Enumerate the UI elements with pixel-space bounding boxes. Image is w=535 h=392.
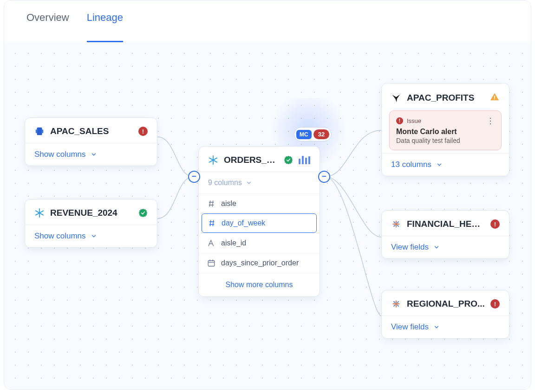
- node-title: APAC_PROFITS: [407, 93, 484, 103]
- error-icon: !: [138, 127, 148, 136]
- svg-line-26: [397, 305, 399, 307]
- mc-label: MC: [296, 130, 312, 139]
- chevron-down-icon: [91, 233, 97, 239]
- snowflake-icon: [34, 208, 45, 218]
- column-item[interactable]: aisle_id: [199, 233, 320, 253]
- chevron-down-icon: [433, 244, 440, 251]
- svg-rect-9: [208, 261, 215, 266]
- node-regional[interactable]: REGIONAL_PRO... ! View fields: [381, 290, 509, 339]
- columns-toggle[interactable]: 13 columns: [382, 153, 509, 176]
- column-item[interactable]: days_since_prior_order: [199, 253, 320, 273]
- node-financial[interactable]: FINANCIAL_HEA... ! View fields: [381, 210, 509, 259]
- tab-overview[interactable]: Overview: [26, 12, 69, 42]
- port-right[interactable]: −: [318, 171, 330, 183]
- issue-label: Issue: [407, 117, 421, 124]
- tableau-icon: [391, 299, 401, 309]
- warning-icon: [489, 92, 500, 104]
- error-icon: !: [490, 299, 500, 308]
- mc-badge[interactable]: MC 32: [294, 127, 332, 141]
- show-columns-button[interactable]: Show columns: [25, 225, 157, 247]
- mc-count: 32: [313, 129, 329, 139]
- svg-line-23: [394, 302, 396, 303]
- svg-line-18: [397, 222, 399, 224]
- text-icon: [207, 239, 215, 247]
- verified-icon: [284, 155, 293, 165]
- column-item-selected[interactable]: day_of_week: [202, 213, 317, 233]
- error-icon: !: [490, 219, 500, 229]
- node-apac-sales[interactable]: APAC_SALES ! Show columns: [25, 117, 157, 166]
- node-title: REGIONAL_PRO...: [407, 299, 485, 309]
- hash-icon: [207, 199, 215, 208]
- redshift-icon: [34, 126, 45, 136]
- view-fields-button[interactable]: View fields: [382, 315, 509, 338]
- column-item[interactable]: aisle: [199, 193, 320, 213]
- node-orders-2023[interactable]: ORDERS_2023 9 columns aisle: [198, 146, 320, 297]
- node-revenue-2024[interactable]: REVENUE_2024 Show columns: [25, 199, 157, 248]
- issue-card[interactable]: ! Issue ⋯ Monte Carlo alert Data quality…: [389, 110, 502, 150]
- issue-title: Monte Carlo alert: [396, 128, 495, 136]
- node-title: ORDERS_2023: [224, 155, 278, 165]
- svg-rect-1: [36, 129, 38, 133]
- svg-line-19: [394, 225, 396, 227]
- hash-icon: [208, 219, 216, 227]
- more-icon[interactable]: ⋯: [486, 117, 496, 125]
- svg-rect-2: [42, 129, 44, 133]
- chevron-down-icon: [436, 161, 443, 168]
- lineage-canvas[interactable]: APAC_SALES ! Show columns REVENUE_2024 S…: [4, 42, 531, 389]
- bird-icon: [391, 93, 401, 103]
- svg-line-17: [394, 222, 396, 224]
- chevron-down-icon: [246, 180, 252, 186]
- svg-rect-0: [37, 128, 42, 135]
- tabs-bar: Overview Lineage: [4, 0, 531, 42]
- calendar-icon: [207, 259, 215, 267]
- show-columns-button[interactable]: Show columns: [25, 143, 157, 166]
- column-count-toggle[interactable]: 9 columns: [199, 172, 320, 193]
- bars-icon: [299, 156, 310, 164]
- node-title: REVENUE_2024: [50, 208, 133, 218]
- column-list: 9 columns aisle day_of_week aisle_id: [199, 172, 320, 296]
- issue-subtitle: Data quality test failed: [396, 137, 495, 144]
- tableau-icon: [391, 219, 401, 229]
- svg-line-25: [394, 305, 396, 307]
- port-left[interactable]: −: [188, 171, 200, 183]
- error-icon: !: [396, 117, 403, 124]
- snowflake-icon: [208, 155, 218, 165]
- svg-line-20: [397, 225, 399, 227]
- app-frame: Overview Lineage APAC_SALES ! Show colum…: [4, 0, 531, 390]
- verified-icon: [138, 208, 148, 218]
- show-more-columns-button[interactable]: Show more columns: [199, 273, 320, 296]
- node-title: APAC_SALES: [50, 126, 133, 136]
- view-fields-button[interactable]: View fields: [382, 236, 509, 258]
- svg-line-24: [397, 302, 399, 303]
- chevron-down-icon: [91, 151, 97, 158]
- tab-lineage[interactable]: Lineage: [87, 12, 123, 42]
- svg-rect-14: [494, 99, 495, 100]
- chevron-down-icon: [433, 324, 440, 330]
- svg-rect-13: [494, 96, 495, 98]
- node-apac-profits[interactable]: APAC_PROFITS ! Issue ⋯ Monte Carlo alert…: [381, 83, 509, 176]
- node-title: FINANCIAL_HEA...: [407, 219, 485, 229]
